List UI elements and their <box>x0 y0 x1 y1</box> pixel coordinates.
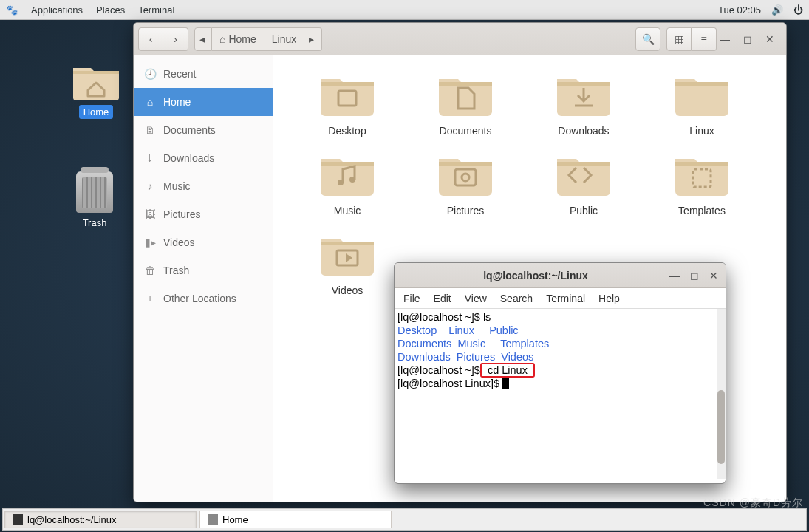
desktop-trash[interactable]: Trash <box>76 171 113 230</box>
nav-back-button[interactable]: ‹ <box>138 27 163 51</box>
terminal-menubar: File Edit View Search Terminal Help <box>395 288 726 309</box>
terminal-menu-search[interactable]: Search <box>500 293 533 304</box>
sidebar-item-pictures[interactable]: 🖼Pictures <box>134 200 273 228</box>
search-icon: 🔍 <box>642 33 655 45</box>
sidebar-item-videos[interactable]: ▮▸Videos <box>134 228 273 256</box>
activities-icon: 🐾 <box>6 4 18 16</box>
menu-applications[interactable]: Applications <box>31 4 83 16</box>
taskbar-item-terminal[interactable]: lq@localhost:~/Linux <box>4 511 197 528</box>
nav-forward-button[interactable]: › <box>163 27 188 51</box>
terminal-menu-terminal[interactable]: Terminal <box>546 293 585 304</box>
menu-terminal[interactable]: Terminal <box>138 4 174 16</box>
terminal-maximize-button[interactable]: ◻ <box>690 270 699 282</box>
videos-icon: ▮▸ <box>144 236 156 248</box>
terminal-scroll-thumb[interactable] <box>717 390 725 464</box>
maximize-button[interactable]: ◻ <box>743 33 752 45</box>
folder-downloads[interactable]: Downloads <box>539 69 628 137</box>
folder-desktop[interactable]: Desktop <box>303 69 392 137</box>
music-icon: ♪ <box>144 180 156 192</box>
folder-music[interactable]: Music <box>303 149 392 216</box>
watermark: CSDN @豪奇D劳尔 <box>703 497 803 510</box>
sidebar-item-recent[interactable]: 🕘Recent <box>134 60 273 88</box>
terminal-menu-file[interactable]: File <box>403 293 420 304</box>
sidebar-item-home[interactable]: ⌂Home <box>134 88 273 116</box>
folder-pictures[interactable]: Pictures <box>421 149 510 216</box>
files-icon <box>208 514 218 525</box>
folder-videos[interactable]: Videos <box>303 228 392 296</box>
folder-templates[interactable]: Templates <box>658 149 746 216</box>
volume-icon[interactable]: 🔊 <box>771 4 783 16</box>
minimize-button[interactable]: — <box>720 33 730 45</box>
sidebar-item-documents[interactable]: 🗎Documents <box>134 116 273 144</box>
terminal-menu-edit[interactable]: Edit <box>434 293 451 304</box>
desktop-home-label: Home <box>79 105 114 119</box>
path-expand-button[interactable]: ▸ <box>304 27 322 51</box>
top-panel: 🐾 Applications Places Terminal Tue 02:05… <box>0 0 809 20</box>
sidebar-item-trash[interactable]: 🗑Trash <box>134 256 273 284</box>
folder-public[interactable]: Public <box>539 149 628 216</box>
terminal-scrollbar[interactable] <box>717 309 726 479</box>
terminal-close-button[interactable]: ✕ <box>709 270 718 282</box>
files-titlebar: ‹ › ◂ ⌂Home Linux ▸ 🔍 ▦ ≡ — ◻ ✕ <box>134 23 786 55</box>
svg-point-2 <box>349 177 355 183</box>
documents-icon: 🗎 <box>144 124 156 136</box>
trash-icon: 🗑 <box>144 265 156 276</box>
view-grid-button[interactable]: ▦ <box>666 27 692 51</box>
folder-documents[interactable]: Documents <box>421 69 510 137</box>
clock-icon: 🕘 <box>144 68 156 80</box>
terminal-titlebar: lq@localhost:~/Linux — ◻ ✕ <box>395 263 726 288</box>
pictures-icon: 🖼 <box>144 208 156 220</box>
taskbar: lq@localhost:~/Linux Home <box>2 508 807 531</box>
sidebar-item-other-locations[interactable]: +Other Locations <box>134 284 273 313</box>
terminal-title: lq@localhost:~/Linux <box>402 270 669 282</box>
power-icon[interactable]: ⏻ <box>793 4 803 16</box>
terminal-body[interactable]: [lq@localhost ~]$ lsDesktop Linux Public… <box>395 309 726 479</box>
home-icon: ⌂ <box>144 96 156 108</box>
downloads-icon: ⭳ <box>144 152 156 164</box>
desktop-trash-label: Trash <box>78 216 112 230</box>
clock[interactable]: Tue 02:05 <box>718 4 761 16</box>
terminal-window: lq@localhost:~/Linux — ◻ ✕ File Edit Vie… <box>394 262 726 484</box>
sidebar-item-downloads[interactable]: ⭳Downloads <box>134 144 273 172</box>
svg-point-1 <box>338 180 344 185</box>
view-list-button[interactable]: ≡ <box>692 27 717 51</box>
close-button[interactable]: ✕ <box>765 33 774 45</box>
path-linux-button[interactable]: Linux <box>264 27 304 51</box>
taskbar-item-files[interactable]: Home <box>199 511 392 528</box>
search-button[interactable]: 🔍 <box>635 27 660 51</box>
terminal-minimize-button[interactable]: — <box>669 270 680 282</box>
path-bar: ◂ ⌂Home Linux ▸ <box>194 27 322 51</box>
terminal-menu-view[interactable]: View <box>465 293 487 304</box>
plus-icon: + <box>144 293 156 304</box>
desktop-home-folder[interactable]: Home <box>70 58 122 119</box>
folder-linux[interactable]: Linux <box>658 69 746 137</box>
files-sidebar: 🕘Recent ⌂Home 🗎Documents ⭳Downloads ♪Mus… <box>134 55 273 502</box>
home-icon: ⌂ <box>219 33 225 45</box>
path-root-button[interactable]: ◂ <box>194 27 212 51</box>
path-home-button[interactable]: ⌂Home <box>212 27 264 51</box>
menu-places[interactable]: Places <box>96 4 125 16</box>
terminal-menu-help[interactable]: Help <box>598 293 620 304</box>
terminal-icon <box>13 514 23 525</box>
sidebar-item-music[interactable]: ♪Music <box>134 172 273 200</box>
